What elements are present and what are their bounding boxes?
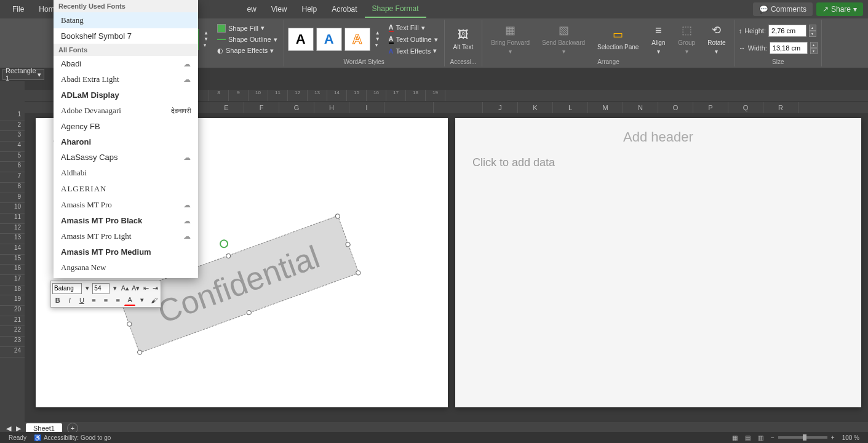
text-outline-button[interactable]: AText Outline▾ (386, 34, 440, 45)
row-headers[interactable]: 123456789101112131415161718192021222324 (0, 81, 25, 425)
column-header[interactable]: G (279, 102, 314, 113)
column-header[interactable]: J (483, 102, 518, 113)
page2-header-placeholder[interactable]: Add header (455, 118, 861, 156)
page-2[interactable]: Add header Click to add data (455, 118, 861, 407)
zoom-level[interactable]: 100 % (838, 434, 863, 441)
font-item[interactable]: AngsanaUPC☁ (54, 276, 198, 278)
mini-size-dropdown[interactable]: ▾ (111, 283, 119, 294)
row-header[interactable]: 9 (0, 193, 25, 204)
sheet-nav-next[interactable]: ▶ (16, 425, 21, 433)
view-break-button[interactable]: ▥ (754, 434, 767, 441)
row-header[interactable]: 21 (0, 316, 25, 327)
resize-handle-se[interactable] (355, 269, 361, 276)
font-item[interactable]: Aldhabi (54, 165, 198, 181)
accessibility-status[interactable]: ♿ Accessibility: Good to go (30, 434, 115, 441)
column-header[interactable]: I (349, 102, 384, 113)
row-header[interactable]: 7 (0, 172, 25, 183)
align-button[interactable]: ≡ Align▾ (646, 22, 671, 57)
row-header[interactable]: 22 (0, 326, 25, 337)
align-center-button[interactable]: ≡ (100, 295, 111, 306)
format-painter-button[interactable]: 🖌 (149, 295, 160, 306)
selection-pane-button[interactable]: ▭ Selection Pane (592, 26, 643, 52)
column-header[interactable]: O (658, 102, 693, 113)
decrease-font-button[interactable]: A▾ (131, 283, 140, 294)
row-header[interactable]: 11 (0, 214, 25, 224)
shape-outline-button[interactable]: Shape Outline▾ (215, 34, 280, 45)
text-effects-button[interactable]: AText Effects▾ (386, 46, 440, 56)
row-header[interactable]: 24 (0, 347, 25, 357)
resize-handle-n[interactable] (225, 253, 231, 259)
row-header[interactable]: 4 (0, 142, 25, 152)
row-header[interactable]: 5 (0, 152, 25, 162)
row-header[interactable]: 15 (0, 255, 25, 265)
style-gallery-up[interactable]: ▲ (204, 30, 209, 36)
column-header[interactable]: E (209, 102, 244, 113)
font-item[interactable]: Abadi Extra Light☁ (54, 71, 198, 87)
zoom-slider[interactable] (778, 436, 827, 439)
underline-button[interactable]: U (76, 295, 87, 306)
menu-view[interactable]: ew (239, 1, 263, 17)
row-header[interactable]: 8 (0, 183, 25, 193)
wordart-style-3[interactable]: A (344, 28, 370, 51)
height-input[interactable] (768, 25, 806, 37)
font-item[interactable]: ADLaM Display (54, 87, 198, 103)
row-header[interactable]: 16 (0, 265, 25, 275)
font-dropdown[interactable]: Recently Used Fonts Batang Bookshelf Sym… (54, 0, 198, 278)
font-item[interactable]: Angsana New (54, 260, 198, 276)
width-input[interactable] (770, 42, 808, 54)
font-item[interactable]: Amasis MT Pro Black☁ (54, 213, 198, 228)
shape-effects-button[interactable]: ◐Shape Effects▾ (215, 46, 280, 56)
wordart-up[interactable]: ▲ (375, 30, 380, 36)
row-header[interactable]: 12 (0, 224, 25, 234)
send-backward-button[interactable]: ▧ Send Backward▾ (537, 22, 590, 57)
column-header[interactable]: Q (728, 102, 763, 113)
font-item[interactable]: Adobe Devanagariदेवनागरी (54, 103, 198, 119)
align-left-button[interactable]: ≡ (89, 295, 100, 306)
bold-button[interactable]: B (52, 295, 63, 306)
increase-indent-button[interactable]: ⇥ (151, 283, 159, 294)
column-header[interactable] (384, 102, 434, 113)
column-header[interactable]: N (623, 102, 658, 113)
text-fill-button[interactable]: AText Fill▾ (386, 22, 440, 33)
mini-font-dropdown[interactable]: ▾ (83, 283, 91, 294)
style-gallery-down[interactable]: ▼ (204, 36, 209, 42)
group-button[interactable]: ⬚ Group▾ (673, 22, 700, 57)
zoom-in-button[interactable]: + (827, 434, 838, 441)
font-item-recent[interactable]: Batang (54, 12, 198, 28)
row-header[interactable]: 19 (0, 295, 25, 306)
height-spinner[interactable]: ▴▾ (809, 25, 816, 37)
sheet-nav-prev[interactable]: ◀ (6, 425, 11, 433)
resize-handle-s[interactable] (246, 309, 252, 316)
row-header[interactable]: 1 (0, 111, 25, 121)
wordart-style-1[interactable]: A (288, 28, 314, 51)
column-header[interactable]: R (763, 102, 798, 113)
increase-font-button[interactable]: A▴ (121, 283, 130, 294)
wordart-more[interactable]: ▾ (375, 42, 380, 48)
italic-button[interactable]: I (65, 295, 76, 306)
font-item[interactable]: Aharoni (54, 134, 198, 150)
column-header[interactable]: H (314, 102, 349, 113)
row-header[interactable]: 14 (0, 244, 25, 255)
row-header[interactable]: 17 (0, 275, 25, 285)
font-item[interactable]: Agency FB (54, 119, 198, 134)
font-item[interactable]: Amasis MT Pro☁ (54, 197, 198, 213)
font-item[interactable]: Amasis MT Pro Light☁ (54, 228, 198, 244)
row-header[interactable]: 13 (0, 234, 25, 244)
font-item[interactable]: Abadi☁ (54, 56, 198, 71)
row-header[interactable]: 3 (0, 131, 25, 142)
row-header[interactable]: 23 (0, 337, 25, 347)
row-header[interactable]: 18 (0, 285, 25, 296)
font-color-button[interactable]: A (124, 295, 135, 306)
view-page-button[interactable]: ▤ (741, 434, 754, 441)
menu-help[interactable]: Help (295, 1, 325, 17)
row-header[interactable]: 10 (0, 203, 25, 214)
menu-view-full[interactable]: View (264, 1, 295, 17)
style-gallery-more[interactable]: ▾ (204, 42, 209, 48)
rotate-handle[interactable] (218, 238, 229, 249)
column-header[interactable]: P (693, 102, 728, 113)
alt-text-button[interactable]: 🖼 Alt Text (448, 26, 479, 52)
comments-button[interactable]: 💬 Comments (753, 2, 813, 16)
zoom-out-button[interactable]: − (767, 434, 778, 441)
resize-handle-sw[interactable] (137, 349, 143, 356)
font-item[interactable]: Amasis MT Pro Medium (54, 244, 198, 260)
